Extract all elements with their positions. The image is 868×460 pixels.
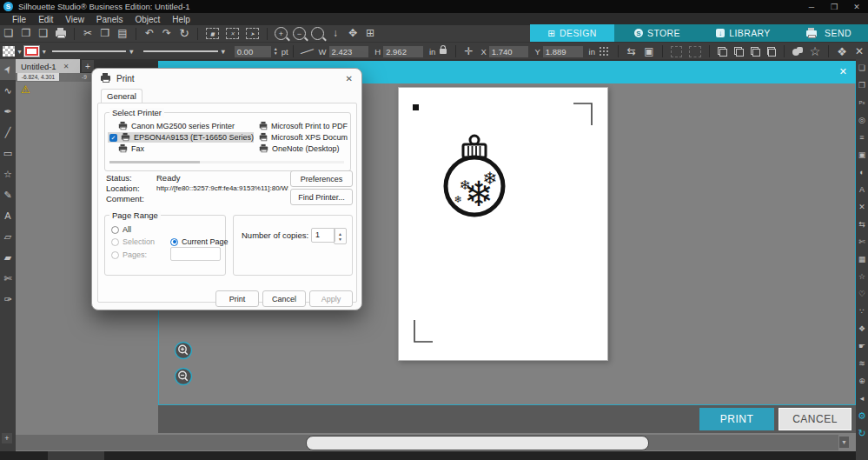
spray-panel-icon[interactable]: ∵ bbox=[856, 303, 868, 320]
group-icon[interactable] bbox=[718, 47, 727, 57]
print-icon[interactable] bbox=[56, 30, 66, 37]
hatch-panel-icon[interactable]: ≋ bbox=[856, 355, 868, 372]
document-tab-close-icon[interactable]: ✕ bbox=[63, 63, 70, 70]
x-position-input[interactable]: 1.740 bbox=[489, 46, 529, 57]
copies-stepper[interactable]: ▲▼ bbox=[334, 228, 347, 244]
dialog-print-button[interactable]: Print bbox=[215, 290, 259, 307]
select-tool-icon[interactable]: ➤ bbox=[1, 63, 15, 76]
line-style2-select[interactable]: ▾ bbox=[143, 46, 229, 57]
collapse-panel-icon[interactable]: ◂ bbox=[856, 390, 868, 407]
pan-icon[interactable]: ✥ bbox=[344, 25, 361, 42]
radio-all-icon[interactable] bbox=[111, 226, 119, 234]
copy-icon[interactable]: ❒ bbox=[96, 25, 114, 42]
offset-star-icon[interactable]: ☆ bbox=[806, 43, 824, 60]
menu-edit[interactable]: Edit bbox=[38, 15, 53, 24]
printer-item-canon[interactable]: Canon MG2500 series Printer bbox=[118, 121, 235, 131]
line-style-select[interactable]: ▾ bbox=[52, 46, 137, 57]
horizontal-scrollbar-thumb[interactable] bbox=[306, 436, 649, 450]
preview-print-button[interactable]: PRINT bbox=[699, 408, 774, 430]
radio-current-page-icon[interactable] bbox=[170, 238, 178, 246]
maximize-button[interactable]: ❒ bbox=[823, 3, 845, 11]
fill-dropdown-icon[interactable]: ▾ bbox=[15, 43, 23, 60]
tab-send[interactable]: SEND bbox=[786, 24, 868, 42]
stroke-width-input[interactable]: 0.00 bbox=[235, 46, 271, 57]
text-style-panel-icon[interactable]: A bbox=[856, 181, 868, 198]
printer-list-scrollbar[interactable] bbox=[109, 161, 344, 163]
preferences-button[interactable]: Preferences bbox=[290, 170, 353, 187]
text-tool-icon[interactable]: A bbox=[0, 205, 16, 226]
printer-item-epson[interactable]: ✓ EPSON4A9153 (ET-16650 Series) bbox=[108, 132, 254, 143]
preview-zoom-out-button[interactable] bbox=[174, 367, 193, 386]
bring-forward-icon[interactable] bbox=[751, 47, 760, 57]
clear-icon[interactable]: ✕ bbox=[851, 43, 868, 60]
redo-icon[interactable]: ↷ bbox=[158, 25, 176, 42]
tab-library[interactable]: ↓ LIBRARY bbox=[700, 24, 786, 42]
add-page-button[interactable]: + bbox=[2, 433, 12, 443]
stipple-panel-icon[interactable]: ♡ bbox=[856, 285, 868, 303]
offset-panel-icon[interactable]: ◎ bbox=[856, 111, 868, 129]
dialog-cancel-button[interactable]: Cancel bbox=[262, 290, 306, 307]
draw-tool-icon[interactable]: ✎ bbox=[0, 184, 16, 205]
scroll-right-arrow[interactable]: ▼ bbox=[839, 437, 849, 448]
refresh-icon[interactable]: ↻ bbox=[176, 25, 193, 42]
radio-all[interactable]: All bbox=[111, 224, 131, 235]
rectangle-tool-icon[interactable]: ▭ bbox=[0, 143, 16, 163]
center-page-icon[interactable]: ▣ bbox=[640, 43, 658, 60]
printer-selected-checkbox[interactable]: ✓ bbox=[109, 134, 117, 142]
general-tab[interactable]: General bbox=[101, 89, 142, 103]
menu-file[interactable]: File bbox=[12, 15, 26, 24]
ungroup-icon[interactable] bbox=[734, 47, 744, 57]
zoom-drag-icon[interactable] bbox=[311, 27, 324, 40]
find-printer-button[interactable]: Find Printer... bbox=[290, 189, 353, 205]
menu-object[interactable]: Object bbox=[135, 15, 160, 24]
line-color-dropdown-icon[interactable]: ▾ bbox=[40, 43, 49, 60]
puzzle-panel-icon[interactable]: ❖ bbox=[856, 320, 868, 337]
knife-tool-icon[interactable]: ✄ bbox=[0, 268, 16, 289]
note-tool-icon[interactable]: ▱ bbox=[0, 226, 16, 247]
stroke-width-stepper[interactable]: ▲▼ bbox=[274, 47, 278, 56]
fill-swatch[interactable] bbox=[3, 46, 15, 57]
align-icon[interactable]: ⇆ bbox=[623, 43, 640, 60]
print-dialog-close-icon[interactable]: ✕ bbox=[346, 74, 353, 83]
transform-panel-icon[interactable]: ⇆ bbox=[856, 216, 868, 233]
printer-item-fax[interactable]: Fax bbox=[118, 143, 144, 154]
line-color-swatch[interactable] bbox=[23, 45, 39, 57]
move-tool-icon[interactable]: ✛ bbox=[460, 43, 477, 60]
shade-panel-icon[interactable]: ◐ bbox=[856, 163, 868, 181]
print-dialog-titlebar[interactable]: Print ✕ bbox=[92, 69, 361, 88]
menu-view[interactable]: View bbox=[65, 15, 84, 24]
printer-item-onenote[interactable]: OneNote (Desktop) bbox=[259, 143, 348, 154]
new-document-icon[interactable]: ❏ bbox=[0, 25, 17, 42]
document-tab[interactable]: Untitled-1 ✕ bbox=[16, 59, 80, 73]
width-input[interactable]: 2.423 bbox=[329, 46, 369, 57]
replicate-panel-icon[interactable]: ▦ bbox=[856, 250, 868, 268]
select-all-icon[interactable]: ◼ bbox=[206, 28, 219, 39]
copies-down-icon[interactable]: ▼ bbox=[338, 237, 342, 242]
printer-list-scrollbar-thumb[interactable] bbox=[109, 161, 200, 163]
star-panel-icon[interactable]: ☆ bbox=[856, 268, 868, 285]
trace-panel-icon[interactable]: ▣ bbox=[856, 146, 868, 163]
cut-icon[interactable]: ✂ bbox=[79, 25, 96, 42]
select-same-icon[interactable]: ➤ bbox=[246, 28, 259, 39]
y-position-input[interactable]: 1.889 bbox=[543, 46, 583, 57]
open-icon[interactable]: ❐ bbox=[17, 25, 35, 42]
polygon-tool-icon[interactable]: ☆ bbox=[0, 163, 16, 184]
save-icon[interactable]: ❑ bbox=[35, 25, 52, 42]
preview-zoom-in-button[interactable] bbox=[174, 341, 193, 360]
settings-gear-icon[interactable]: ⚙ bbox=[856, 407, 868, 424]
eraser-tool-icon[interactable]: ▰ bbox=[0, 247, 16, 268]
printer-item-pdf[interactable]: Microsoft Print to PDF bbox=[259, 121, 348, 131]
lasso-tool-icon[interactable]: ∿ bbox=[0, 80, 16, 101]
fit-to-page-icon[interactable]: ⊞ bbox=[361, 25, 379, 42]
eyedropper-tool-icon[interactable]: ✑ bbox=[0, 289, 16, 310]
pixscan-panel-icon[interactable]: Px bbox=[856, 94, 868, 111]
tab-store[interactable]: S STORE bbox=[614, 24, 700, 42]
menu-help[interactable]: Help bbox=[172, 15, 190, 24]
copies-input[interactable]: 1 bbox=[311, 228, 335, 243]
lock-aspect-icon[interactable] bbox=[440, 49, 446, 54]
line-tool-icon-left[interactable]: ╱ bbox=[0, 122, 16, 143]
radio-current-page[interactable]: Current Page bbox=[170, 237, 229, 247]
modify-cube-icon[interactable]: ❖ bbox=[833, 43, 851, 60]
close-button[interactable]: ✕ bbox=[845, 3, 868, 11]
erase-panel-icon[interactable]: ✕ bbox=[856, 198, 868, 216]
